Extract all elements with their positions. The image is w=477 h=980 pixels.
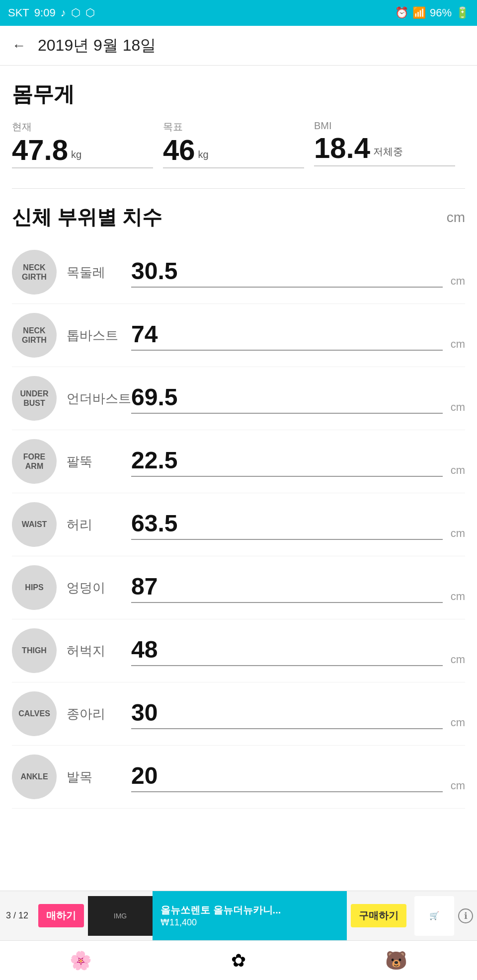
ad-info-icon[interactable]: ℹ bbox=[458, 908, 473, 923]
main-content: 몸무게 현재 47.8 kg 목표 46 kg BMI 18.4 bbox=[0, 66, 477, 918]
page-title: 2019년 9월 18일 bbox=[38, 35, 156, 57]
body-measurements-section: 신체 부위별 치수 cm NECK GIRTH 목둘레 30.5 cm NECK… bbox=[12, 204, 465, 809]
body-value-3: 22.5 bbox=[131, 447, 177, 473]
body-value-wrapper-2: 69.5 bbox=[131, 383, 443, 414]
measurement-row[interactable]: THIGH 허벅지 48 cm bbox=[12, 619, 465, 682]
body-unit-0: cm bbox=[451, 275, 465, 288]
alarm-icon: ⏰ bbox=[395, 6, 408, 19]
weight-section: 몸무게 현재 47.8 kg 목표 46 kg BMI 18.4 bbox=[12, 80, 465, 168]
body-value-container-8: 20 cm bbox=[131, 762, 465, 792]
status-left: SKT 9:09 ♪ ⬡ ⬡ bbox=[8, 6, 95, 19]
ad-buy-right-button[interactable]: 구매하기 bbox=[351, 904, 406, 927]
nav-icon-2[interactable]: ✿ bbox=[231, 950, 246, 971]
body-value-container-4: 63.5 cm bbox=[131, 510, 465, 540]
body-icon-6: THIGH bbox=[12, 628, 57, 673]
body-label-7: 종아리 bbox=[67, 705, 131, 723]
body-value-2: 69.5 bbox=[131, 384, 177, 410]
body-icon-3: FORE ARM bbox=[12, 439, 57, 484]
body-label-2: 언더바스트 bbox=[67, 390, 131, 407]
body-icon-4: WAIST bbox=[12, 502, 57, 547]
body-value-5: 87 bbox=[131, 573, 158, 600]
current-unit: kg bbox=[71, 149, 81, 160]
body-label-1: 톱바스트 bbox=[67, 327, 131, 344]
bmi-status: 저체중 bbox=[373, 145, 403, 158]
target-weight-item: 목표 46 kg bbox=[163, 120, 314, 168]
body-unit-4: cm bbox=[451, 527, 465, 540]
ad-main-text: 올뉴쏘렌토 올뉴더뉴카니... bbox=[160, 904, 339, 917]
body-unit-2: cm bbox=[451, 401, 465, 414]
ad-banner: 3 / 12 매하기 IMG 올뉴쏘렌토 올뉴더뉴카니... ₩11,400 구… bbox=[0, 891, 477, 940]
bottom-nav: 🌸 ✿ 🐻 bbox=[0, 940, 477, 980]
body-label-6: 허벅지 bbox=[67, 642, 131, 660]
body-icon-5: HIPS bbox=[12, 565, 57, 610]
body-value-wrapper-5: 87 bbox=[131, 573, 443, 603]
body-value-wrapper-7: 30 bbox=[131, 699, 443, 729]
ad-image: IMG bbox=[88, 896, 153, 936]
battery-label: 96% bbox=[430, 6, 452, 19]
body-value-container-5: 87 cm bbox=[131, 573, 465, 603]
nav-icon-1[interactable]: 🌸 bbox=[70, 950, 92, 971]
body-value-7: 30 bbox=[131, 699, 158, 726]
body-value-container-6: 48 cm bbox=[131, 636, 465, 666]
weight-row: 현재 47.8 kg 목표 46 kg BMI 18.4 저체중 bbox=[12, 120, 465, 168]
status-right: ⏰ 📶 96% 🔋 bbox=[395, 6, 469, 19]
measurement-row[interactable]: WAIST 허리 63.5 cm bbox=[12, 493, 465, 556]
ad-content-area: 올뉴쏘렌토 올뉴더뉴카니... ₩11,400 bbox=[153, 891, 347, 940]
body-value-container-7: 30 cm bbox=[131, 699, 465, 729]
body-value-wrapper-6: 48 bbox=[131, 636, 443, 666]
current-value-row: 47.8 kg bbox=[12, 136, 153, 168]
body-value-wrapper-3: 22.5 bbox=[131, 447, 443, 477]
body-unit-3: cm bbox=[451, 464, 465, 477]
body-value-4: 63.5 bbox=[131, 510, 177, 536]
measurement-row[interactable]: NECK GIRTH 목둘레 30.5 cm bbox=[12, 241, 465, 304]
measurement-row[interactable]: ANKLE 발목 20 cm bbox=[12, 746, 465, 809]
measurement-row[interactable]: FORE ARM 팔뚝 22.5 cm bbox=[12, 430, 465, 493]
body-value-container-0: 30.5 cm bbox=[131, 257, 465, 288]
bmi-value: 18.4 bbox=[314, 134, 370, 162]
section-divider bbox=[12, 188, 465, 189]
body-unit-1: cm bbox=[451, 338, 465, 351]
app-icon-1: ⬡ bbox=[71, 6, 80, 19]
measurements-container: NECK GIRTH 목둘레 30.5 cm NECK GIRTH 톱바스트 7… bbox=[12, 241, 465, 809]
target-label: 목표 bbox=[163, 120, 304, 134]
measurement-row[interactable]: UNDER BUST 언더바스트 69.5 cm bbox=[12, 367, 465, 430]
ad-counter: 3 / 12 bbox=[0, 910, 34, 921]
body-icon-0: NECK GIRTH bbox=[12, 250, 57, 295]
current-weight-item: 현재 47.8 kg bbox=[12, 120, 163, 168]
body-icon-1: NECK GIRTH bbox=[12, 313, 57, 358]
body-value-8: 20 bbox=[131, 762, 158, 789]
time-label: 9:09 bbox=[34, 6, 56, 19]
target-unit: kg bbox=[198, 149, 209, 160]
body-icon-8: ANKLE bbox=[12, 754, 57, 799]
nav-icon-3[interactable]: 🐻 bbox=[385, 950, 407, 971]
body-value-1: 74 bbox=[131, 321, 158, 347]
wifi-icon: 📶 bbox=[412, 6, 426, 19]
target-value: 46 bbox=[163, 136, 195, 164]
ad-thumbnail-img: 🛒 bbox=[429, 911, 439, 920]
measurement-row[interactable]: CALVES 종아리 30 cm bbox=[12, 682, 465, 746]
body-section-title: 신체 부위별 치수 bbox=[12, 204, 162, 231]
body-value-wrapper-1: 74 bbox=[131, 320, 443, 351]
measurement-row[interactable]: HIPS 엉덩이 87 cm bbox=[12, 556, 465, 619]
back-button[interactable]: ← bbox=[12, 38, 26, 54]
body-unit-7: cm bbox=[451, 716, 465, 729]
body-value-container-1: 74 cm bbox=[131, 320, 465, 351]
measurement-row[interactable]: NECK GIRTH 톱바스트 74 cm bbox=[12, 304, 465, 367]
body-value-container-3: 22.5 cm bbox=[131, 447, 465, 477]
status-bar: SKT 9:09 ♪ ⬡ ⬡ ⏰ 📶 96% 🔋 bbox=[0, 0, 477, 26]
current-value: 47.8 bbox=[12, 136, 68, 164]
body-section-header: 신체 부위별 치수 cm bbox=[12, 204, 465, 231]
body-value-wrapper-0: 30.5 bbox=[131, 257, 443, 288]
body-value-0: 30.5 bbox=[131, 258, 177, 284]
bmi-item: BMI 18.4 저체중 bbox=[314, 120, 465, 168]
body-unit-5: cm bbox=[451, 590, 465, 603]
battery-icon: 🔋 bbox=[456, 6, 469, 19]
carrier-label: SKT bbox=[8, 6, 29, 19]
body-label-5: 엉덩이 bbox=[67, 579, 131, 597]
body-value-6: 48 bbox=[131, 636, 158, 663]
body-unit-8: cm bbox=[451, 779, 465, 792]
body-icon-7: CALVES bbox=[12, 691, 57, 736]
ad-buy-left-button[interactable]: 매하기 bbox=[38, 904, 84, 927]
ad-price: ₩11,400 bbox=[160, 917, 339, 928]
body-unit-6: cm bbox=[451, 653, 465, 666]
